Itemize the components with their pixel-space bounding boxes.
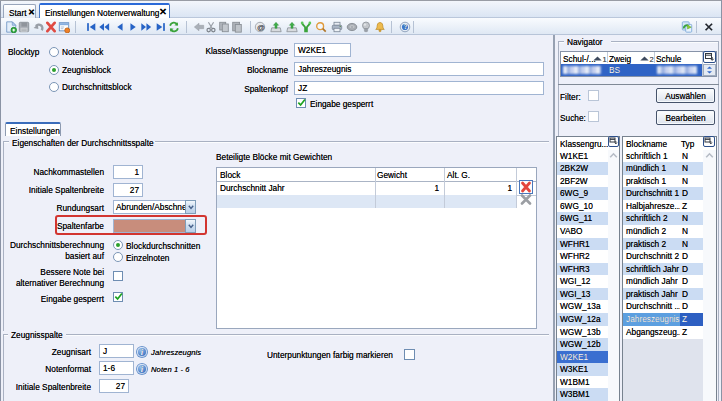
svg-text:@: @ [257,23,265,32]
svg-text:?: ? [403,23,407,30]
